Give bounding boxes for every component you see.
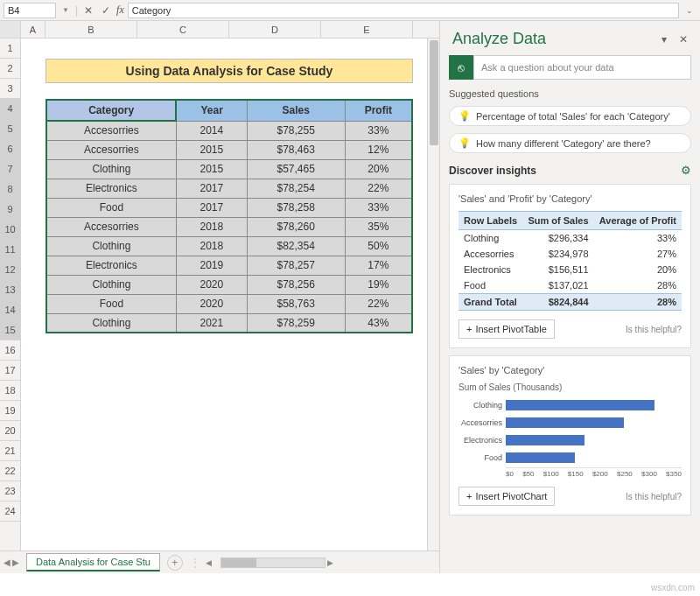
table-cell[interactable]: 22% [345, 294, 412, 313]
table-cell[interactable]: Accesorries [46, 121, 176, 140]
row-header[interactable]: 5 [0, 119, 20, 139]
row-header[interactable]: 13 [0, 280, 20, 300]
table-cell[interactable]: 35% [345, 217, 412, 236]
table-cell[interactable]: 33% [345, 121, 412, 140]
suggestion-pill[interactable]: 💡How many different 'Category' are there… [449, 133, 691, 153]
row-header[interactable]: 4 [0, 99, 20, 119]
table-cell[interactable]: 19% [345, 275, 412, 294]
data-table[interactable]: CategoryYearSalesProfitAccesorries2014$7… [46, 99, 413, 333]
insert-pivotchart-button[interactable]: +Insert PivotChart [458, 487, 555, 506]
table-cell[interactable]: 2021 [176, 313, 247, 333]
table-cell[interactable]: $78,258 [247, 198, 345, 217]
row-header[interactable]: 18 [0, 381, 20, 401]
table-cell[interactable]: 2015 [176, 140, 247, 159]
formula-expand-icon[interactable]: ⌄ [682, 6, 696, 15]
row-header[interactable]: 6 [0, 139, 20, 159]
table-cell[interactable]: $78,463 [247, 140, 345, 159]
fx-icon[interactable]: fx [116, 4, 124, 17]
table-cell[interactable]: Clothing [46, 159, 176, 179]
table-cell[interactable]: $78,256 [247, 275, 345, 294]
table-cell[interactable]: 12% [345, 140, 412, 159]
col-header[interactable]: A [21, 21, 46, 38]
table-cell[interactable]: 2019 [176, 256, 247, 275]
table-cell[interactable]: 20% [345, 159, 412, 179]
table-cell[interactable]: Electronics [46, 256, 176, 275]
hscroll-left-icon[interactable]: ◀ [206, 558, 212, 567]
col-header[interactable]: B [46, 21, 137, 38]
table-cell[interactable]: Electronics [46, 179, 176, 198]
table-cell[interactable]: 2018 [176, 236, 247, 256]
table-cell[interactable]: 43% [345, 313, 412, 333]
helpful-link[interactable]: Is this helpful? [626, 492, 682, 501]
table-cell[interactable]: 22% [345, 179, 412, 198]
sheet-tab[interactable]: Data Analysis for Case Stu [26, 553, 160, 571]
row-header[interactable]: 12 [0, 260, 20, 280]
row-header[interactable]: 20 [0, 421, 20, 441]
name-box-dropdown-icon[interactable]: ▼ [60, 6, 72, 14]
table-cell[interactable]: Accesorries [46, 140, 176, 159]
col-header[interactable]: E [321, 21, 413, 38]
table-cell[interactable]: Food [46, 294, 176, 313]
row-header[interactable]: 22 [0, 461, 20, 481]
suggestion-pill[interactable]: 💡Percentage of total 'Sales' for each 'C… [449, 106, 691, 126]
table-cell[interactable]: 2018 [176, 217, 247, 236]
row-header[interactable]: 19 [0, 401, 20, 421]
helpful-link[interactable]: Is this helpful? [626, 325, 682, 334]
table-cell[interactable]: $78,255 [247, 121, 345, 140]
hscroll-right-icon[interactable]: ▶ [327, 558, 333, 567]
row-header[interactable]: 17 [0, 361, 20, 381]
name-box[interactable]: B4 [4, 3, 56, 18]
table-cell[interactable]: 2020 [176, 275, 247, 294]
row-header[interactable]: 1 [0, 39, 20, 59]
confirm-icon[interactable]: ✓ [99, 4, 113, 18]
formula-bar[interactable]: Category [128, 3, 679, 18]
vertical-scrollbar[interactable] [427, 39, 439, 550]
row-header[interactable]: 7 [0, 159, 20, 179]
table-header[interactable]: Sales [247, 100, 345, 121]
gear-icon[interactable]: ⚙ [681, 164, 691, 177]
table-cell[interactable]: 2014 [176, 121, 247, 140]
row-header[interactable]: 15 [0, 320, 20, 340]
row-header[interactable]: 10 [0, 220, 20, 240]
row-header[interactable]: 23 [0, 481, 20, 501]
add-sheet-button[interactable]: + [167, 555, 183, 571]
table-cell[interactable]: 2017 [176, 198, 247, 217]
table-cell[interactable]: 2017 [176, 179, 247, 198]
row-header[interactable]: 8 [0, 179, 20, 200]
table-header[interactable]: Category [46, 100, 176, 121]
pane-menu-icon[interactable]: ▾ [662, 33, 667, 46]
table-cell[interactable]: 50% [345, 236, 412, 256]
table-cell[interactable]: 2020 [176, 294, 247, 313]
table-header[interactable]: Profit [345, 100, 412, 121]
sheet-nav-next-icon[interactable]: ▶ [12, 557, 19, 567]
table-cell[interactable]: $78,254 [247, 179, 345, 198]
table-cell[interactable]: $57,465 [247, 159, 345, 179]
table-cell[interactable]: 33% [345, 198, 412, 217]
table-cell[interactable]: $78,259 [247, 313, 345, 333]
table-cell[interactable]: 2015 [176, 159, 247, 179]
col-header[interactable]: D [229, 21, 321, 38]
table-cell[interactable]: Clothing [46, 236, 176, 256]
cancel-icon[interactable]: ✕ [81, 4, 95, 18]
row-header[interactable]: 3 [0, 79, 20, 99]
table-cell[interactable]: $78,257 [247, 256, 345, 275]
row-header[interactable]: 16 [0, 340, 20, 361]
row-header[interactable]: 21 [0, 441, 20, 461]
table-cell[interactable]: Food [46, 198, 176, 217]
table-cell[interactable]: Accesorries [46, 217, 176, 236]
horizontal-scrollbar[interactable] [220, 557, 326, 568]
ask-input[interactable]: Ask a question about your data [473, 55, 691, 80]
select-all-corner[interactable] [0, 21, 21, 38]
sheet-nav-prev-icon[interactable]: ◀ [4, 557, 10, 567]
row-header[interactable]: 9 [0, 200, 20, 220]
table-cell[interactable]: $78,260 [247, 217, 345, 236]
row-header[interactable]: 24 [0, 501, 20, 522]
cells-area[interactable]: Using Data Analysis for Case Study Categ… [21, 39, 427, 550]
pane-close-icon[interactable]: ✕ [679, 33, 688, 46]
insert-pivottable-button[interactable]: +Insert PivotTable [458, 319, 555, 339]
table-cell[interactable]: 17% [345, 256, 412, 275]
col-header[interactable]: C [137, 21, 229, 38]
row-header[interactable]: 11 [0, 240, 20, 260]
table-header[interactable]: Year [176, 100, 247, 121]
row-header[interactable]: 14 [0, 300, 20, 320]
